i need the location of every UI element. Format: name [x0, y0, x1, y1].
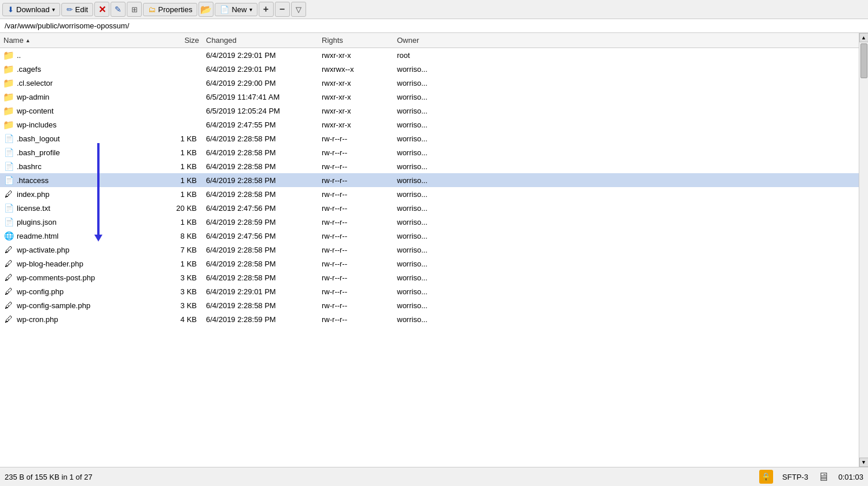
col-name-label: Name	[3, 36, 24, 45]
cell-name: 📄 license.txt	[0, 202, 156, 214]
current-path: /var/www/public/worrisome-opossum/	[5, 21, 129, 30]
cell-owner: worriso...	[393, 245, 463, 255]
col-header-rights[interactable]: Rights	[318, 35, 393, 46]
cell-owner: worriso...	[393, 106, 463, 116]
add-button[interactable]: +	[259, 2, 274, 17]
cell-rights: rwxr-xr-x	[318, 50, 393, 60]
scrollbar[interactable]: ▲ ▼	[859, 33, 868, 467]
file-type-icon: 📄	[3, 217, 14, 227]
cell-rights: rw-r--r--	[318, 162, 393, 171]
cell-rights: rw-r--r--	[318, 301, 393, 310]
minus-icon: −	[279, 4, 285, 14]
col-header-name[interactable]: Name ▲	[0, 35, 156, 46]
cell-changed: 6/4/2019 2:28:58 PM	[203, 245, 318, 255]
cell-owner: worriso...	[393, 315, 463, 324]
table-row[interactable]: 🖊 wp-blog-header.php 1 KB 6/4/2019 2:28:…	[0, 257, 868, 271]
cell-changed: 6/4/2019 2:28:58 PM	[203, 176, 318, 185]
monitor-icon: 🖥	[818, 470, 829, 484]
col-header-size[interactable]: Size	[156, 35, 203, 46]
col-header-owner[interactable]: Owner	[393, 35, 463, 46]
filename: .bash_profile	[17, 148, 60, 157]
table-row[interactable]: 🖊 wp-activate.php 7 KB 6/4/2019 2:28:58 …	[0, 243, 868, 257]
cell-owner: worriso...	[393, 273, 463, 283]
table-row[interactable]: 📄 plugins.json 1 KB 6/4/2019 2:28:59 PM …	[0, 215, 868, 229]
filename: readme.html	[17, 232, 58, 240]
delete-icon: ✕	[98, 4, 106, 15]
table-row[interactable]: 🖊 wp-cron.php 4 KB 6/4/2019 2:28:59 PM r…	[0, 312, 868, 326]
cell-rights: rwxrwx--x	[318, 64, 393, 74]
cell-name: 📁 ..	[0, 49, 156, 61]
table-row[interactable]: 📄 .bash_logout 1 KB 6/4/2019 2:28:58 PM …	[0, 131, 868, 145]
cell-owner: worriso...	[393, 189, 463, 199]
cell-changed: 6/4/2019 2:28:59 PM	[203, 217, 318, 227]
cell-name: 📁 .cl.selector	[0, 77, 156, 89]
cell-owner: worriso...	[393, 120, 463, 130]
delete-button[interactable]: ✕	[94, 2, 109, 17]
download-button[interactable]: ⬇ Download ▾	[2, 3, 60, 16]
cell-name: 🖊 wp-cron.php	[0, 313, 156, 325]
cell-owner: worriso...	[393, 78, 463, 88]
table-row[interactable]: 🌐 readme.html 8 KB 6/4/2019 2:47:56 PM r…	[0, 229, 868, 243]
filter-icon: ▽	[296, 5, 301, 14]
cell-name: 🖊 wp-comments-post.php	[0, 272, 156, 283]
cell-size	[156, 110, 203, 111]
cell-size	[156, 54, 203, 56]
cell-rights: rwxr-xr-x	[318, 120, 393, 130]
status-bar: 235 B of 155 KB in 1 of 27 🔒 SFTP-3 🖥 0:…	[0, 467, 868, 486]
filename: .htaccess	[17, 176, 49, 185]
table-row[interactable]: 📄 .htaccess 1 KB 6/4/2019 2:28:58 PM rw-…	[0, 173, 868, 187]
cell-owner: worriso...	[393, 231, 463, 241]
table-row[interactable]: 📁 wp-includes 6/4/2019 2:47:55 PM rwxr-x…	[0, 118, 868, 131]
toolbar: ⬇ Download ▾ ✏ Edit ✕ ✎ ⊞ 🗂 Properties 📂…	[0, 0, 868, 19]
cell-rights: rwxr-xr-x	[318, 92, 393, 102]
cell-name: 🌐 readme.html	[0, 230, 156, 242]
properties-button[interactable]: 🗂 Properties	[143, 3, 197, 16]
table-row[interactable]: 📁 .cagefs 6/4/2019 2:29:01 PM rwxrwx--x …	[0, 62, 868, 76]
copy-button[interactable]: ⊞	[127, 2, 142, 17]
table-row[interactable]: 📄 license.txt 20 KB 6/4/2019 2:47:56 PM …	[0, 201, 868, 215]
table-row[interactable]: 🖊 index.php 1 KB 6/4/2019 2:28:58 PM rw-…	[0, 187, 868, 201]
cell-size	[156, 82, 203, 83]
open-folder-button[interactable]: 📂	[198, 2, 214, 17]
table-row[interactable]: 📁 wp-admin 6/5/2019 11:47:41 AM rwxr-xr-…	[0, 90, 868, 104]
minus-button[interactable]: −	[275, 2, 290, 17]
cell-size: 1 KB	[156, 134, 203, 144]
properties-icon: 🗂	[148, 5, 156, 14]
table-row[interactable]: 📁 wp-content 6/5/2019 12:05:24 PM rwxr-x…	[0, 104, 868, 118]
cell-changed: 6/4/2019 2:47:56 PM	[203, 203, 318, 213]
table-row[interactable]: 📁 .cl.selector 6/4/2019 2:29:00 PM rwxr-…	[0, 76, 868, 90]
cell-owner: worriso...	[393, 217, 463, 227]
table-row[interactable]: 📄 .bashrc 1 KB 6/4/2019 2:28:58 PM rw-r-…	[0, 159, 868, 173]
cell-size: 1 KB	[156, 189, 203, 199]
scrollbar-thumb[interactable]	[860, 43, 867, 78]
table-row[interactable]: 🖊 wp-config.php 3 KB 6/4/2019 2:29:01 PM…	[0, 284, 868, 298]
filename: wp-blog-header.php	[17, 260, 83, 268]
file-type-icon: 🖊	[3, 244, 14, 255]
scrollbar-thumb-area[interactable]	[860, 42, 868, 458]
new-button[interactable]: 📄 New ▾	[215, 3, 257, 16]
table-row[interactable]: 📄 .bash_profile 1 KB 6/4/2019 2:28:58 PM…	[0, 145, 868, 159]
new-icon: 📄	[220, 5, 229, 14]
cell-rights: rw-r--r--	[318, 176, 393, 185]
cell-rights: rw-r--r--	[318, 134, 393, 144]
edit-button[interactable]: ✏ Edit	[61, 3, 93, 16]
table-row[interactable]: 🖊 wp-config-sample.php 3 KB 6/4/2019 2:2…	[0, 298, 868, 312]
cell-changed: 6/4/2019 2:28:58 PM	[203, 273, 318, 283]
file-type-icon: 📁	[3, 92, 14, 102]
scroll-up-arrow[interactable]: ▲	[859, 33, 869, 42]
table-row[interactable]: 🖊 wp-comments-post.php 3 KB 6/4/2019 2:2…	[0, 271, 868, 284]
new-chevron: ▾	[249, 6, 252, 13]
cell-name: 🖊 wp-blog-header.php	[0, 258, 156, 269]
pencil-edit-button[interactable]: ✎	[111, 2, 126, 17]
table-row[interactable]: 📁 .. 6/4/2019 2:29:01 PM rwxr-xr-x root	[0, 48, 868, 62]
cell-size: 1 KB	[156, 162, 203, 171]
col-header-changed[interactable]: Changed	[203, 35, 318, 46]
scroll-down-arrow[interactable]: ▼	[859, 458, 869, 467]
col-rights-label: Rights	[322, 36, 343, 45]
cell-owner: worriso...	[393, 301, 463, 310]
filter-button[interactable]: ▽	[291, 2, 306, 17]
cell-size: 8 KB	[156, 231, 203, 241]
cell-owner: worriso...	[393, 134, 463, 144]
cell-size: 7 KB	[156, 245, 203, 255]
pencil-icon: ✎	[115, 5, 122, 14]
